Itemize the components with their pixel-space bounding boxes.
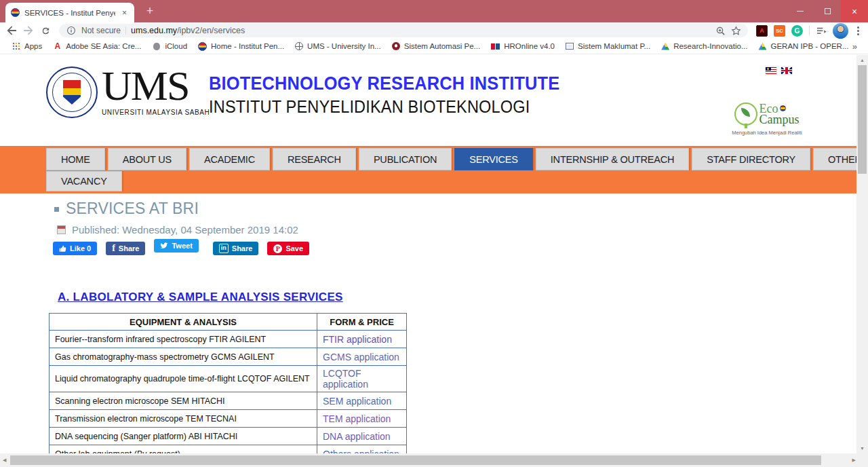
nav-tab[interactable]: INTERNSHIP & OUTREACH [536, 148, 689, 170]
scroll-left-icon[interactable]: ◀ [0, 453, 9, 467]
scroll-right-icon[interactable]: ▶ [850, 453, 859, 467]
bookmark-item[interactable]: Sistem Automasi Pe... [387, 42, 486, 50]
site-title-malay: INSTITUT PENYELIDIKAN BIOTEKNOLOGI [209, 97, 559, 117]
ums-crest-icon [198, 42, 207, 51]
application-link[interactable]: FTIR application [323, 334, 392, 345]
zoom-icon[interactable] [715, 25, 726, 36]
scroll-up-icon[interactable]: ▲ [856, 58, 868, 62]
scopus-extension-icon[interactable]: SC [774, 25, 785, 37]
drive-icon [758, 43, 766, 50]
equipment-header: EQUIPMENT & ANALYSIS [50, 314, 317, 331]
bookmark-label: Apps [24, 42, 42, 50]
horizontal-scrollbar[interactable]: ◀ ▶ [0, 453, 868, 467]
nav-tab[interactable]: ABOUT US [108, 148, 186, 170]
application-link[interactable]: TEM application [323, 413, 391, 424]
browser-menu-icon[interactable] [854, 26, 862, 35]
facebook-like-button[interactable]: Like 0 [53, 242, 97, 255]
reading-list-icon[interactable] [816, 25, 827, 36]
maximize-button[interactable] [814, 0, 841, 22]
horizontal-scrollbar-thumb[interactable] [10, 455, 821, 465]
maroon-badge-icon [392, 42, 400, 50]
tab-close-icon[interactable]: × [120, 8, 129, 18]
pinterest-save-button[interactable]: P Save [267, 242, 309, 255]
globe-icon [295, 42, 303, 50]
page-viewport: UMS UNIVERSITI MALAYSIA SABAH BIOTECHNOL… [0, 55, 868, 453]
tweet-button[interactable]: Tweet [154, 239, 198, 253]
linkedin-share-button[interactable]: in Share [213, 242, 259, 255]
nav-row-2: VACANCY [46, 171, 868, 191]
published-line: Published: Wednesday, 04 September 2019 … [57, 224, 856, 236]
nav-tab[interactable]: ACADEMIC [189, 148, 270, 170]
table-row: Fourier--transform infrared spectroscopy… [50, 331, 407, 348]
new-tab-button[interactable]: + [141, 3, 159, 20]
grammarly-extension-icon[interactable]: G [791, 25, 803, 37]
table-row: Scanning electron microscope SEM HITACHI… [50, 392, 407, 410]
bookmark-star-icon[interactable] [730, 25, 741, 36]
bookmark-label: Sistem Maklumat P... [578, 42, 650, 50]
application-link[interactable]: Others application [323, 449, 399, 454]
table-row: Liquid chromatography quadrupole time-of… [50, 366, 407, 392]
apple-icon [152, 42, 161, 51]
malaysia-flag-icon[interactable] [766, 67, 776, 74]
equipment-cell: DNA sequencing (Sanger platform) ABI HIT… [50, 428, 317, 445]
application-link[interactable]: SEM application [323, 396, 391, 407]
vertical-scrollbar[interactable]: ▲ ▼ [856, 55, 868, 453]
application-link[interactable]: DNA application [323, 431, 391, 442]
bookmark-item[interactable]: Home - Institut Pen... [193, 42, 290, 51]
info-icon[interactable] [66, 25, 77, 36]
ums-acronym: UMS [102, 66, 203, 106]
nav-tab[interactable]: VACANCY [46, 171, 122, 191]
bookmark-label: Adobe SE Asia: Cre... [66, 42, 141, 50]
bookmarks-overflow-chevron[interactable]: » [848, 41, 861, 52]
section-link[interactable]: A. LABOLATORY & SAMPLE ANALYSIS SERVICES [58, 291, 343, 304]
ums-logo-text: UMS UNIVERSITI MALAYSIA SABAH [102, 66, 203, 116]
table-row: DNA sequencing (Sanger platform) ABI HIT… [50, 428, 407, 445]
back-icon[interactable] [6, 25, 17, 36]
ecocampus-crest-icon [780, 105, 786, 111]
thumbs-up-icon [59, 245, 66, 253]
ums-subtitle: UNIVERSITI MALAYSIA SABAH [102, 109, 203, 116]
nav-tab[interactable]: PUBLICATION [359, 148, 452, 170]
equipment-cell: Gas chromatography-mass spectrometry GCM… [50, 348, 317, 366]
facebook-share-button[interactable]: f Share [106, 242, 145, 255]
equipment-cell: Liquid chromatography quadrupole time-of… [50, 366, 317, 392]
nav-tab[interactable]: RESEARCH [273, 148, 356, 170]
address-divider [125, 26, 126, 35]
nav-tab[interactable]: SERVICES [454, 148, 532, 170]
adobe-pdf-extension-icon[interactable]: A [756, 25, 768, 37]
table-row: Gas chromatography-mass spectrometry GCM… [50, 348, 407, 366]
main-nav: HOMEABOUT USACADEMICRESEARCHPUBLICATIONS… [0, 146, 868, 193]
bookmark-item[interactable]: UMS - University In... [290, 42, 387, 50]
bookmarks-bar: Apps Adobe SE Asia: Cre... iCloud Home -… [0, 39, 868, 54]
bookmark-item[interactable]: GERAN IPB - OPER... [753, 42, 848, 50]
bookmark-label: iCloud [165, 42, 187, 50]
application-link[interactable]: GCMS application [323, 352, 399, 362]
ecocampus-tagline: Mengubah Idea Menjadi Realiti [732, 130, 802, 136]
vertical-scrollbar-thumb[interactable] [858, 65, 867, 174]
social-buttons: Like 0 f Share Tweet in Share P Save [53, 242, 856, 258]
bookmark-item[interactable]: Research-Innovatio... [656, 42, 753, 50]
bookmark-item[interactable]: iCloud [146, 42, 193, 51]
profile-avatar[interactable] [833, 23, 848, 39]
security-label: Not secure [81, 26, 121, 35]
bookmark-item[interactable]: HROnline v4.0 [486, 42, 560, 50]
window-close-button[interactable]: × [841, 0, 868, 22]
reload-icon[interactable] [40, 25, 51, 36]
address-bar[interactable]: Not secure ums.edu.my/ipbv2/en/services [59, 24, 748, 37]
bookmark-item[interactable]: Adobe SE Asia: Cre... [47, 42, 146, 51]
minimize-button[interactable] [787, 0, 814, 22]
ecocampus-wordmark: Eco Campus [759, 103, 799, 126]
nav-tab[interactable]: HOME [46, 148, 105, 170]
scroll-down-icon[interactable]: ▼ [856, 446, 868, 451]
forward-icon[interactable] [23, 25, 34, 36]
facebook-icon: f [112, 243, 115, 254]
application-link[interactable]: LCQTOF application [323, 368, 368, 390]
bookmark-item[interactable]: Sistem Maklumat P... [560, 42, 656, 50]
browser-tab[interactable]: SERVICES - Institut Penyelidikan × [5, 3, 134, 22]
uk-flag-icon[interactable] [781, 67, 792, 74]
bookmark-label: Research-Innovatio... [673, 42, 747, 50]
bookmark-label: Home - Institut Pen... [211, 42, 284, 50]
bookmark-item[interactable]: Apps [7, 42, 47, 50]
apps-grid-icon [12, 42, 20, 50]
nav-tab[interactable]: STAFF DIRECTORY [692, 148, 810, 170]
